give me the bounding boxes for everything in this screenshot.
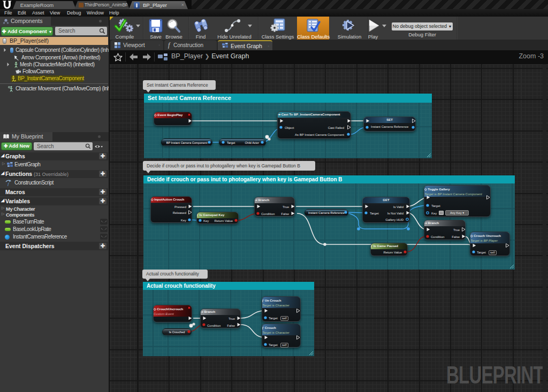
svg-text:f: f [7, 181, 10, 186]
svg-text:▴: ▴ [14, 79, 16, 82]
